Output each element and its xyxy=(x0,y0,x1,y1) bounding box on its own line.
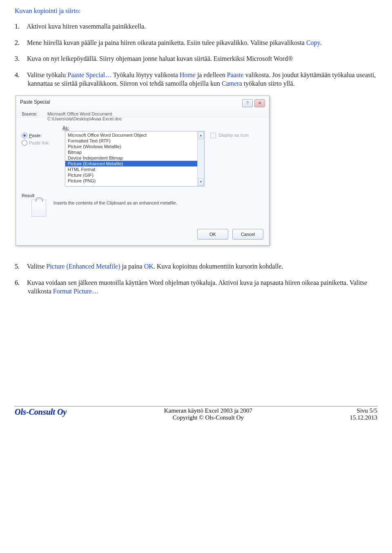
link-copy: Copy xyxy=(306,39,320,46)
step-4: 4. Valitse työkalu Paaste Special… Työka… xyxy=(15,71,377,88)
radio-paste[interactable]: Paste: xyxy=(22,133,59,138)
radio-label: Paste link: xyxy=(29,140,50,145)
link-paste-special: Paaste Special… xyxy=(67,71,111,78)
step-text: Aktivoi kuva hiiren vasemmalla painikkee… xyxy=(27,23,146,30)
step-text: Valitse työkalu xyxy=(27,71,68,78)
link-format-picture: Format Picture… xyxy=(53,288,99,295)
step-text: . Kuva kopioituu dokumenttiin kursorin k… xyxy=(154,263,283,270)
footer-right: Sivu 5/5 15.12.2013 xyxy=(350,407,378,421)
checkbox-label: Display as icon xyxy=(218,133,249,138)
link-home: Home xyxy=(180,71,196,78)
link-camera: Camera xyxy=(222,80,242,87)
list-item[interactable]: Formatted Text (RTF) xyxy=(65,138,204,144)
result-description: Inserts the contents of the Clipboard as… xyxy=(53,200,263,205)
list-item[interactable]: Picture (GIF) xyxy=(65,172,204,178)
ok-button[interactable]: OK xyxy=(197,229,228,240)
radio-icon xyxy=(22,140,27,146)
result-section: Result Inserts the contents of the Clipb… xyxy=(22,193,263,217)
list-item[interactable]: Device Independent Bitmap xyxy=(65,155,204,161)
step-number: 1. xyxy=(15,22,25,31)
scroll-up-icon[interactable]: ▲ xyxy=(198,132,204,139)
source-path: C:\Users\ola\Desktop\Avaa Excel.doc xyxy=(47,116,122,121)
list-item[interactable]: HTML Format xyxy=(65,167,204,172)
footer-page: Sivu 5/5 xyxy=(357,407,377,414)
step-2: 2. Mene hiirellä kuvan päälle ja paina h… xyxy=(15,38,377,47)
footer-title: Kameran käyttö Excel 2003 ja 2007 xyxy=(164,407,252,414)
footer-logo: Ols-Consult Oy xyxy=(15,407,67,417)
step-text: . xyxy=(320,39,322,46)
format-listbox[interactable]: Microsoft Office Word Document Object Fo… xyxy=(65,131,205,187)
link-paste: Paaste xyxy=(227,71,244,78)
list-item[interactable]: Picture (PNG) xyxy=(65,178,204,184)
step-number: 5. xyxy=(15,262,25,271)
help-button[interactable]: ? xyxy=(242,99,253,107)
step-number: 2. xyxy=(15,38,25,47)
step-1: 1. Aktivoi kuva hiiren vasemmalla painik… xyxy=(15,22,377,31)
step-5: 5. Valitse Picture (Enhanced Metafile) j… xyxy=(15,262,377,271)
scrollbar[interactable]: ▲ ▼ xyxy=(197,131,204,186)
close-button[interactable]: ✕ xyxy=(254,99,265,107)
radio-paste-link: Paste link: xyxy=(22,140,59,146)
dialog-title: Paste Special xyxy=(20,99,50,105)
steps-list: 1. Aktivoi kuva hiiren vasemmalla painik… xyxy=(15,22,377,88)
step-text: ja edelleen xyxy=(196,71,227,78)
step-text: Mene hiirellä kuvan päälle ja paina hiir… xyxy=(27,39,306,46)
list-item-selected[interactable]: Picture (Enhanced Metafile) xyxy=(65,161,204,167)
result-label: Result xyxy=(22,193,263,198)
display-as-icon-option: Display as icon xyxy=(210,131,263,138)
list-item[interactable]: Picture (Windows Metafile) xyxy=(65,144,204,149)
step-text: Työkalu löytyy valikosta xyxy=(111,71,180,78)
paste-special-dialog: Paste Special ? ✕ Source: Microsoft Offi… xyxy=(16,95,270,246)
step-number: 4. xyxy=(15,71,25,80)
footer-date: 15.12.2013 xyxy=(350,414,378,421)
radio-icon xyxy=(22,133,27,138)
source-row: Source: Microsoft Office Word Document C… xyxy=(22,111,263,121)
step-number: 3. xyxy=(15,54,25,63)
steps-list-continued: 5. Valitse Picture (Enhanced Metafile) j… xyxy=(15,262,377,296)
link-ok: OK xyxy=(144,263,154,270)
footer-copyright: Copyright © Ols-Consult Oy xyxy=(173,414,244,421)
as-label: As: xyxy=(62,125,263,130)
source-label: Source: xyxy=(22,111,46,116)
step-text: ja paina xyxy=(120,263,144,270)
step-text: Valitse xyxy=(27,263,47,270)
scroll-down-icon[interactable]: ▼ xyxy=(198,178,204,186)
step-number: 6. xyxy=(15,278,25,287)
list-item[interactable]: Bitmap xyxy=(65,149,204,155)
page-footer: Ols-Consult Oy Kameran käyttö Excel 2003… xyxy=(15,406,377,421)
paste-options: Paste: Paste link: xyxy=(22,131,59,147)
link-picture-emf: Picture (Enhanced Metafile) xyxy=(46,263,120,270)
source-value: Microsoft Office Word Document xyxy=(47,111,112,116)
clipboard-icon xyxy=(31,200,46,217)
cancel-button[interactable]: Cancel xyxy=(232,229,263,240)
checkbox-icon xyxy=(210,133,216,138)
step-3: 3. Kuva on nyt leikepöydällä. Siirry ohj… xyxy=(15,54,377,63)
list-item[interactable]: Microsoft Office Word Document Object xyxy=(65,132,204,138)
step-text: Kuva on nyt leikepöydällä. Siirry ohjema… xyxy=(27,55,293,62)
section-heading: Kuvan kopiointi ja siirto: xyxy=(15,7,377,15)
step-text: työkalun siirto yllä. xyxy=(242,80,295,87)
footer-center: Kameran käyttö Excel 2003 ja 2007 Copyri… xyxy=(164,407,252,421)
step-6: 6. Kuvaa voidaan sen jälkeen muotoilla k… xyxy=(15,278,377,296)
radio-label: Paste: xyxy=(29,133,42,138)
